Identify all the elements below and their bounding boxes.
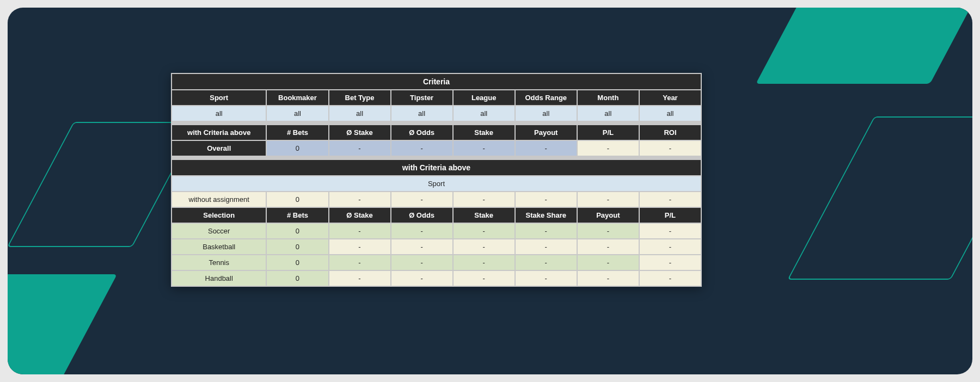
summary-label: with Criteria above: [172, 125, 266, 140]
overall-cell: -: [329, 141, 390, 156]
unassigned-row: without assignment 0 - - - - - -: [172, 192, 701, 207]
criteria-value-oddsrange[interactable]: all: [516, 106, 577, 121]
selection-header-row: Selection # Bets Ø Stake Ø Odds Stake St…: [172, 208, 701, 223]
sport-cell: -: [640, 271, 701, 286]
criteria-value-league[interactable]: all: [454, 106, 514, 121]
dashboard-panel: Criteria Sport Bookmaker Bet Type Tipste…: [8, 8, 972, 374]
sport-cell: -: [454, 271, 514, 286]
table-row: Tennis 0 - - - - - -: [172, 255, 701, 270]
sport-cell: -: [516, 271, 577, 286]
overall-label: Overall: [172, 141, 266, 156]
sport-name[interactable]: Tennis: [172, 255, 266, 270]
sport-cell: -: [329, 271, 390, 286]
criteria-values-row: all all all all all all all all: [172, 106, 701, 121]
decoration-outline: [787, 116, 972, 280]
sport-cell: -: [454, 224, 514, 238]
overall-cell: -: [516, 141, 577, 156]
table-row: Soccer 0 - - - - - -: [172, 224, 701, 238]
table-row: Handball 0 - - - - - -: [172, 271, 701, 286]
criteria-header: Sport: [172, 90, 266, 105]
criteria-header: Odds Range: [516, 90, 577, 105]
criteria-value-sport[interactable]: all: [172, 106, 266, 121]
overall-cell: -: [578, 141, 639, 156]
unassigned-cell: -: [391, 192, 452, 207]
sport-cell: -: [516, 224, 577, 238]
selection-header: Stake: [454, 208, 514, 223]
unassigned-cell: 0: [267, 192, 328, 207]
table-row: Basketball 0 - - - - - -: [172, 239, 701, 254]
summary-header: P/L: [578, 125, 639, 140]
sport-cell: -: [391, 224, 452, 238]
selection-header: Payout: [578, 208, 639, 223]
criteria-header-row: Sport Bookmaker Bet Type Tipster League …: [172, 90, 701, 105]
sport-cell: -: [640, 239, 701, 254]
selection-header: Ø Stake: [329, 208, 390, 223]
overall-cell: -: [640, 141, 701, 156]
unassigned-cell: -: [578, 192, 639, 207]
sport-cell: -: [578, 255, 639, 270]
sport-cell: 0: [267, 271, 328, 286]
summary-header: # Bets: [267, 125, 328, 140]
sport-cell: -: [578, 271, 639, 286]
summary-header-row: with Criteria above # Bets Ø Stake Ø Odd…: [172, 125, 701, 140]
criteria-value-bettype[interactable]: all: [329, 106, 390, 121]
sport-cell: -: [454, 239, 514, 254]
unassigned-cell: -: [454, 192, 514, 207]
criteria-header: Bookmaker: [267, 90, 328, 105]
criteria-value-year[interactable]: all: [640, 106, 701, 121]
sport-name[interactable]: Soccer: [172, 224, 266, 238]
selection-header-label: Selection: [172, 208, 266, 223]
sport-cell: -: [329, 239, 390, 254]
overall-row: Overall 0 - - - - - -: [172, 141, 701, 156]
breakdown-group: Sport: [172, 176, 701, 191]
sport-cell: 0: [267, 239, 328, 254]
criteria-value-bookmaker[interactable]: all: [267, 106, 328, 121]
sport-cell: -: [391, 239, 452, 254]
selection-header: P/L: [640, 208, 701, 223]
stats-table: Criteria Sport Bookmaker Bet Type Tipste…: [171, 73, 702, 287]
criteria-header: League: [454, 90, 514, 105]
unassigned-cell: -: [516, 192, 577, 207]
sport-cell: -: [391, 271, 452, 286]
sport-cell: -: [329, 255, 390, 270]
unassigned-cell: -: [640, 192, 701, 207]
sport-cell: 0: [267, 224, 328, 238]
decoration-outline: [8, 122, 199, 247]
sport-cell: -: [578, 224, 639, 238]
unassigned-label: without assignment: [172, 192, 266, 207]
decoration-shape: [756, 8, 972, 84]
sport-name[interactable]: Basketball: [172, 239, 266, 254]
sport-name[interactable]: Handball: [172, 271, 266, 286]
sport-cell: -: [516, 239, 577, 254]
sport-cell: -: [640, 224, 701, 238]
sport-cell: -: [329, 224, 390, 238]
summary-header: Payout: [516, 125, 577, 140]
sport-cell: -: [454, 255, 514, 270]
summary-header: ROI: [640, 125, 701, 140]
selection-header: Stake Share: [516, 208, 577, 223]
criteria-title: Criteria: [172, 74, 701, 89]
summary-header: Ø Odds: [391, 125, 452, 140]
criteria-header: Bet Type: [329, 90, 390, 105]
sport-cell: -: [516, 255, 577, 270]
selection-header: Ø Odds: [391, 208, 452, 223]
breakdown-title: with Criteria above: [172, 160, 701, 175]
criteria-header: Year: [640, 90, 701, 105]
criteria-header: Month: [578, 90, 639, 105]
overall-cell: -: [391, 141, 452, 156]
selection-header: # Bets: [267, 208, 328, 223]
criteria-value-month[interactable]: all: [578, 106, 639, 121]
summary-header: Stake: [454, 125, 514, 140]
summary-header: Ø Stake: [329, 125, 390, 140]
criteria-header: Tipster: [391, 90, 452, 105]
decoration-shape: [8, 274, 117, 374]
overall-cell: -: [454, 141, 514, 156]
sport-cell: -: [391, 255, 452, 270]
overall-cell: 0: [267, 141, 328, 156]
unassigned-cell: -: [329, 192, 390, 207]
sport-cell: 0: [267, 255, 328, 270]
stats-table-wrapper: Criteria Sport Bookmaker Bet Type Tipste…: [171, 73, 702, 287]
sport-cell: -: [578, 239, 639, 254]
criteria-value-tipster[interactable]: all: [391, 106, 452, 121]
sport-cell: -: [640, 255, 701, 270]
